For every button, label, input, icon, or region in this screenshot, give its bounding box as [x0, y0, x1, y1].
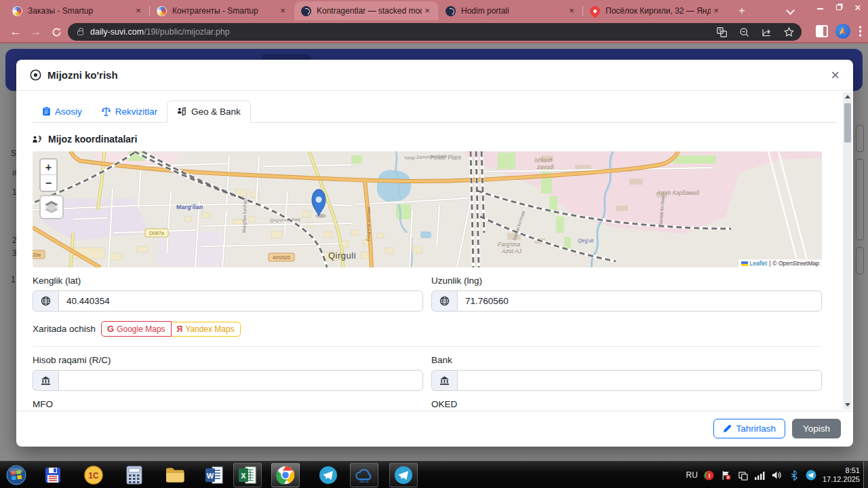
reload-icon[interactable]: [49, 24, 64, 39]
close-button[interactable]: Yopish: [792, 419, 841, 438]
tab-rekvizitlar[interactable]: Rekvizitlar: [92, 100, 167, 122]
map-label-zavodi: zavodi: [536, 164, 555, 170]
scroll-thumb[interactable]: [844, 103, 851, 143]
globe-icon: [431, 290, 457, 312]
tab-close-icon[interactable]: ×: [422, 5, 433, 16]
clock-time: 8:51: [823, 466, 860, 475]
svg-text:1С: 1С: [88, 471, 99, 481]
translate-icon[interactable]: [716, 26, 728, 38]
side-panel-icon[interactable]: [816, 25, 828, 37]
browser-tab-3-active[interactable]: Kontragentlar — stacked moda ×: [294, 1, 438, 20]
tab-close-icon[interactable]: ×: [133, 5, 144, 16]
tab-close-icon[interactable]: ×: [277, 5, 288, 16]
forward-icon[interactable]: →: [28, 24, 43, 39]
yandex-y-icon: Я: [177, 324, 183, 334]
bookmark-star-icon[interactable]: [783, 26, 795, 38]
zoom-out-button[interactable]: −: [41, 175, 56, 191]
tab-asosiy[interactable]: Asosiy: [33, 100, 92, 122]
leaflet-link[interactable]: Leaflet: [750, 260, 768, 267]
section-title: Mijoz koordinatalari: [33, 134, 837, 145]
browser-tab-4[interactable]: Hodim portali ×: [439, 1, 583, 20]
window-close-button[interactable]: ✕: [850, 2, 865, 14]
osm-link[interactable]: © OpenStreetMap: [772, 260, 819, 267]
map-layers-control[interactable]: [39, 195, 64, 219]
telegram-app-icon[interactable]: [317, 464, 339, 486]
window-minimize-button[interactable]: [812, 2, 827, 14]
bank-input[interactable]: [457, 370, 822, 391]
back-icon[interactable]: ←: [8, 24, 23, 39]
site-favicon: [446, 6, 456, 16]
alert-tray-icon[interactable]: !: [704, 470, 715, 481]
browser-tab-1[interactable]: Заказы - Smartup ×: [5, 1, 149, 20]
cloud-app-icon[interactable]: MGS: [350, 463, 378, 487]
browser-tab-5[interactable]: Посёлок Киргили, 32 — Янде ×: [583, 1, 727, 20]
telegram-tray-icon[interactable]: [806, 470, 816, 481]
hardware-tray-icon[interactable]: [738, 470, 749, 481]
calculator-app-icon[interactable]: [123, 464, 145, 486]
show-desktop-button[interactable]: [863, 462, 868, 488]
bluetooth-icon[interactable]: [789, 470, 800, 481]
browser-toolbar: ← → daily-suvi.com/19l/public/mijozlar.p…: [0, 20, 868, 43]
profile-avatar[interactable]: [835, 24, 850, 39]
modal-scrollbar[interactable]: [843, 92, 852, 409]
edit-button[interactable]: Tahrirlash: [713, 419, 785, 438]
share-icon[interactable]: [761, 26, 772, 38]
leaflet-map[interactable]: Power Plant ishlash zavodi Азот Карбамид…: [33, 151, 822, 267]
map-attribution: Leaflet | © OpenStreetMap: [738, 259, 822, 267]
word-app-icon[interactable]: W: [203, 464, 225, 486]
new-tab-button[interactable]: +: [735, 4, 749, 18]
map-label-ishlash: ishlash: [534, 157, 553, 164]
map-zoom-control[interactable]: + −: [39, 158, 58, 192]
modal-footer: Tahrirlash Yopish: [16, 411, 853, 446]
1c-app-icon[interactable]: 1С: [83, 464, 104, 486]
tab-geo-bank-active[interactable]: Geo & Bank: [167, 100, 251, 123]
folder-icon[interactable]: [164, 464, 186, 486]
window-restore-button[interactable]: [831, 2, 846, 14]
account-input[interactable]: [58, 370, 423, 391]
view-client-modal: Mijozni ko'rish × Asosiy Rekvizitlar G: [16, 60, 853, 447]
yandex-maps-button[interactable]: ЯYandex Maps: [172, 322, 241, 337]
url-text[interactable]: daily-suvi.com/19l/public/mijozlar.php: [90, 27, 230, 37]
modal-title: Mijozni ko'rish: [47, 69, 118, 81]
map-road-badge: 40V020: [273, 255, 290, 261]
map-people-icon: [177, 107, 187, 116]
action-center-flag-icon[interactable]: [721, 470, 732, 481]
clock[interactable]: 8:51 17.12.2025: [823, 466, 860, 484]
map-label-qirguli-station: Qirg'uli: [578, 238, 593, 244]
language-indicator[interactable]: RU: [686, 470, 698, 480]
google-g-icon: G: [107, 324, 114, 334]
scroll-up-arrow[interactable]: [845, 95, 850, 98]
tab-close-icon[interactable]: ×: [711, 5, 722, 16]
google-maps-button[interactable]: GGoogle Maps: [101, 321, 172, 337]
start-button[interactable]: [5, 464, 27, 486]
lock-icon[interactable]: [77, 31, 83, 35]
volume-icon[interactable]: [772, 470, 783, 481]
modal-close-icon[interactable]: ×: [831, 69, 840, 82]
client-coordinates-icon: [33, 135, 43, 144]
scales-icon: [101, 107, 111, 116]
tab-close-icon[interactable]: ×: [566, 5, 577, 16]
modal-body: Asosiy Rekvizitlar Geo & Bank Mijoz koor…: [16, 91, 853, 411]
menu-dots-icon[interactable]: [858, 24, 863, 38]
zoom-icon[interactable]: [738, 26, 750, 38]
address-bar[interactable]: daily-suvi.com/19l/public/mijozlar.php: [68, 23, 802, 41]
browser-tab-2[interactable]: Контрагенты - Smartup ×: [150, 1, 294, 20]
lng-input[interactable]: [457, 290, 822, 312]
telegram2-app-icon[interactable]: [389, 463, 418, 487]
lat-input[interactable]: [58, 290, 423, 312]
yandex-pin-favicon: [588, 3, 602, 18]
excel-app-icon[interactable]: X: [233, 463, 262, 487]
zoom-in-button[interactable]: +: [41, 159, 56, 175]
scroll-down-arrow[interactable]: [845, 403, 850, 407]
map-tiles: Power Plant ishlash zavodi Азот Карбамид…: [33, 151, 822, 267]
tab-title: Посёлок Киргили, 32 — Янде: [606, 6, 711, 16]
tab-search-chevron-icon[interactable]: [787, 7, 795, 15]
network-signal-icon[interactable]: [755, 470, 766, 481]
screen: Заказы - Smartup × Контрагенты - Smartup…: [0, 0, 868, 488]
save-app-icon[interactable]: [42, 464, 64, 486]
taskbar: 1С W X MGS RU !: [0, 461, 868, 488]
smartup-favicon: [12, 6, 22, 16]
chrome-app-icon[interactable]: [271, 463, 300, 487]
tab-label: Geo & Bank: [191, 107, 241, 117]
clipboard-icon: [42, 107, 51, 116]
